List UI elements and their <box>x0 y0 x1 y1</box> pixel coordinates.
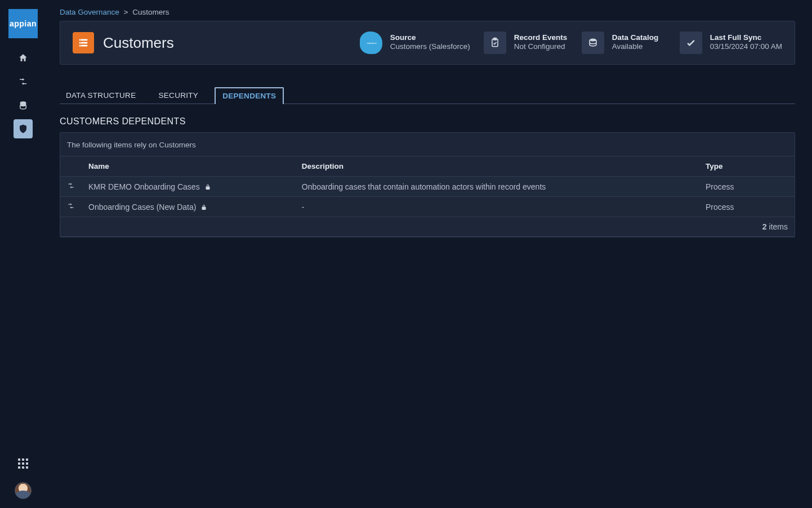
page-title: Customers <box>103 34 174 52</box>
user-avatar[interactable] <box>15 482 32 499</box>
sidebar-governance[interactable] <box>14 119 33 138</box>
record-header-card: Customers salesforce Source Customers (S… <box>60 21 795 65</box>
meta-last-sync-label: Last Full Sync <box>710 33 782 42</box>
row-type: Process <box>699 197 795 217</box>
left-sidebar: appian <box>0 0 46 508</box>
col-description-header[interactable]: Description <box>295 156 699 177</box>
dependents-panel: The following items rely on Customers Na… <box>60 132 795 237</box>
col-name-header[interactable]: Name <box>82 156 295 177</box>
sidebar-data[interactable] <box>14 96 33 115</box>
tab-security[interactable]: SECURITY <box>152 86 204 104</box>
meta-data-catalog-label: Data Catalog <box>612 33 659 42</box>
breadcrumb-separator: > <box>124 8 128 16</box>
svg-text:salesforce: salesforce <box>367 42 377 44</box>
shield-icon <box>18 124 28 134</box>
check-icon <box>680 32 702 54</box>
svg-point-10 <box>590 39 596 42</box>
footer-count: 2 <box>762 222 767 231</box>
record-type-icon <box>73 32 94 53</box>
svg-rect-4 <box>81 40 82 41</box>
meta-data-catalog: Data Catalog Available <box>582 32 666 54</box>
table-row[interactable]: KMR DEMO Onboarding CasesOnboarding case… <box>60 177 795 197</box>
clipboard-check-icon <box>484 32 506 54</box>
svg-rect-6 <box>81 46 82 46</box>
meta-source: salesforce Source Customers (Salesforce) <box>360 32 470 54</box>
svg-rect-5 <box>81 43 82 43</box>
tabs: DATA STRUCTURE SECURITY DEPENDENTS <box>60 86 795 104</box>
process-icon <box>67 203 75 212</box>
svg-rect-9 <box>493 38 496 40</box>
meta-record-events-label: Record Events <box>514 33 568 42</box>
section-title: CUSTOMERS DEPENDENTS <box>60 116 795 127</box>
col-type-header[interactable]: Type <box>699 156 795 177</box>
row-type: Process <box>699 177 795 197</box>
breadcrumb-root-link[interactable]: Data Governance <box>60 8 119 16</box>
lock-icon <box>200 204 207 211</box>
sidebar-home[interactable] <box>14 48 33 68</box>
footer-items-label: items <box>767 222 788 231</box>
tab-dependents[interactable]: DEPENDENTS <box>215 87 284 104</box>
app-launcher[interactable] <box>14 454 33 473</box>
row-name: Onboarding Cases (New Data) <box>82 197 295 217</box>
home-icon <box>18 53 28 63</box>
breadcrumb: Data Governance > Customers <box>60 8 795 16</box>
process-icon <box>67 182 75 191</box>
table-footer: 2 items <box>60 217 795 237</box>
database-icon <box>18 100 28 110</box>
process-icon <box>18 77 28 87</box>
meta-record-events: Record Events Not Configured <box>484 32 568 54</box>
row-description: - <box>295 197 699 217</box>
meta-data-catalog-value: Available <box>612 42 659 52</box>
meta-source-label: Source <box>390 33 470 42</box>
tab-data-structure[interactable]: DATA STRUCTURE <box>60 86 142 104</box>
dependents-table: Name Description Type KMR DEMO Onboardin… <box>60 156 795 237</box>
row-description: Onboarding cases that contain automation… <box>295 177 699 197</box>
database-icon <box>582 32 604 54</box>
col-icon-header <box>60 156 82 177</box>
meta-record-events-value: Not Configured <box>514 42 568 52</box>
breadcrumb-current: Customers <box>132 8 169 16</box>
appian-logo[interactable]: appian <box>8 9 38 38</box>
meta-last-sync-value: 03/15/2024 07:00 AM <box>710 42 782 52</box>
row-name: KMR DEMO Onboarding Cases <box>82 177 295 197</box>
sidebar-process[interactable] <box>14 72 33 91</box>
meta-last-sync: Last Full Sync 03/15/2024 07:00 AM <box>680 32 782 54</box>
table-row[interactable]: Onboarding Cases (New Data)-Process <box>60 197 795 217</box>
lock-icon <box>204 184 211 191</box>
dependents-caption: The following items rely on Customers <box>60 133 795 156</box>
meta-source-value: Customers (Salesforce) <box>390 42 470 52</box>
apps-grid-icon <box>18 458 28 469</box>
main-content: Data Governance > Customers Customers sa… <box>46 0 812 508</box>
salesforce-icon: salesforce <box>360 32 382 54</box>
